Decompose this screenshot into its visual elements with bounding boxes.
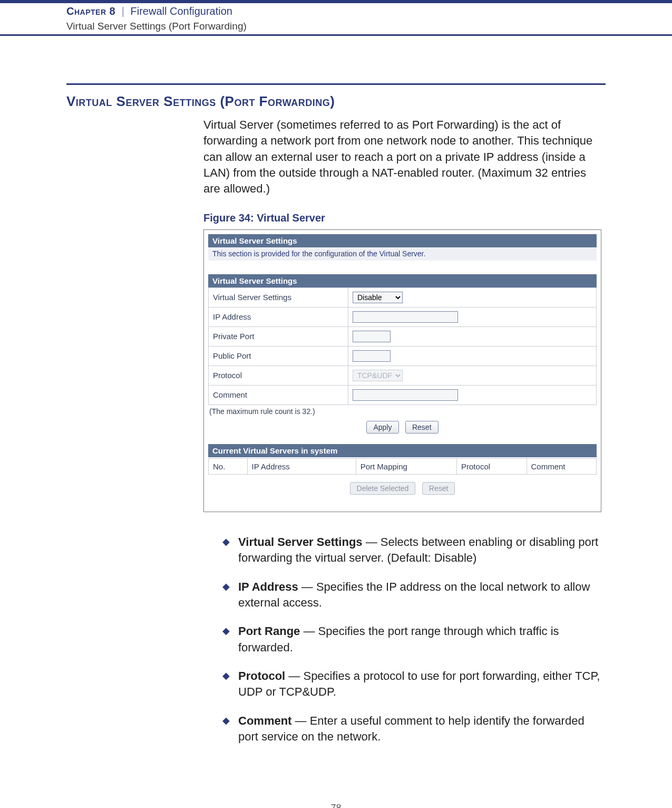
def-body: — Specifies a protocol to use for port f…	[238, 669, 600, 698]
definitions-list: ◆ Virtual Server Settings — Selects betw…	[222, 534, 606, 745]
diamond-icon: ◆	[222, 668, 230, 682]
diamond-icon: ◆	[222, 534, 230, 549]
spacer	[208, 261, 597, 274]
delete-selected-button[interactable]: Delete Selected	[350, 482, 416, 495]
current-servers-table: No. IP Address Port Mapping Protocol Com…	[208, 458, 597, 475]
diamond-icon: ◆	[222, 579, 230, 593]
label-protocol: Protocol	[209, 365, 348, 385]
page-number: – 78 –	[0, 803, 672, 808]
header-line1: Chapter 8 | Firewall Configuration	[0, 3, 672, 21]
diamond-icon: ◆	[222, 713, 230, 727]
cell-comment	[348, 385, 596, 405]
definition-item: ◆ Port Range — Specifies the port range …	[222, 623, 606, 656]
definition-item: ◆ Comment — Enter a useful comment to he…	[222, 713, 606, 745]
def-term: IP Address	[238, 580, 298, 593]
label-private-port: Private Port	[209, 326, 348, 346]
chapter-title: Firewall Configuration	[131, 5, 232, 17]
label-vss: Virtual Server Settings	[209, 287, 348, 307]
button-row-1: Apply Reset	[208, 416, 597, 444]
max-rule-note: (The maximum rule count is 32.)	[208, 405, 597, 416]
panel3-header: Current Virtual Servers in system	[208, 444, 597, 457]
definition-text: Virtual Server Settings — Selects betwee…	[238, 534, 606, 566]
definition-item: ◆ Virtual Server Settings — Selects betw…	[222, 534, 606, 566]
definition-text: Comment — Enter a useful comment to help…	[238, 713, 606, 745]
definition-text: Protocol — Specifies a protocol to use f…	[238, 668, 606, 700]
def-term: Virtual Server Settings	[238, 535, 363, 549]
label-ip: IP Address	[209, 307, 348, 326]
protocol-select[interactable]: TCP&UDP	[353, 370, 403, 381]
comment-input[interactable]	[353, 389, 458, 401]
definition-item: ◆ IP Address — Specifies the IP address …	[222, 579, 606, 611]
panel1-description: This section is provided for the configu…	[208, 247, 597, 261]
ip-input[interactable]	[353, 311, 458, 323]
panel1-header: Virtual Server Settings	[208, 234, 597, 247]
def-term: Port Range	[238, 624, 300, 638]
public-port-input[interactable]	[353, 350, 391, 362]
def-term: Comment	[238, 714, 291, 727]
definition-text: IP Address — Specifies the IP address on…	[238, 579, 606, 611]
reset-button-2[interactable]: Reset	[422, 482, 455, 495]
private-port-input[interactable]	[353, 331, 391, 342]
figure-label: Figure 34: Virtual Server	[203, 212, 606, 224]
cell-vss: Disable	[348, 287, 596, 307]
reset-button[interactable]: Reset	[405, 421, 439, 434]
col-ip: IP Address	[247, 458, 356, 474]
cell-public-port	[348, 346, 596, 365]
panel2-header: Virtual Server Settings	[208, 274, 597, 287]
col-protocol: Protocol	[457, 458, 527, 474]
right-column: Virtual Server (sometimes referred to as…	[203, 117, 606, 745]
col-no: No.	[209, 458, 248, 474]
header-subtitle: Virtual Server Settings (Port Forwarding…	[0, 21, 672, 34]
intro-paragraph: Virtual Server (sometimes referred to as…	[203, 117, 606, 197]
header-separator: |	[122, 5, 124, 17]
cell-private-port	[348, 326, 596, 346]
content-inner: Virtual Server Settings (Port Forwarding…	[66, 83, 606, 745]
def-term: Protocol	[238, 669, 285, 682]
apply-button[interactable]: Apply	[366, 421, 398, 434]
screenshot-box: Virtual Server Settings This section is …	[203, 229, 601, 512]
vss-select[interactable]: Disable	[353, 292, 403, 303]
label-public-port: Public Port	[209, 346, 348, 365]
chapter-label: Chapter 8	[66, 5, 115, 17]
section-title: Virtual Server Settings (Port Forwarding…	[66, 93, 606, 110]
cell-protocol: TCP&UDP	[348, 365, 596, 385]
col-comment: Comment	[527, 458, 597, 474]
cell-ip	[348, 307, 596, 326]
label-comment: Comment	[209, 385, 348, 405]
definition-item: ◆ Protocol — Specifies a protocol to use…	[222, 668, 606, 700]
col-port: Port Mapping	[356, 458, 456, 474]
diamond-icon: ◆	[222, 623, 230, 638]
page: Chapter 8 | Firewall Configuration Virtu…	[0, 0, 672, 808]
settings-table: Virtual Server Settings Disable IP Addre…	[208, 287, 597, 405]
content: Virtual Server Settings (Port Forwarding…	[0, 36, 672, 745]
button-row-2: Delete Selected Reset	[208, 475, 597, 505]
definition-text: Port Range — Specifies the port range th…	[238, 623, 606, 656]
